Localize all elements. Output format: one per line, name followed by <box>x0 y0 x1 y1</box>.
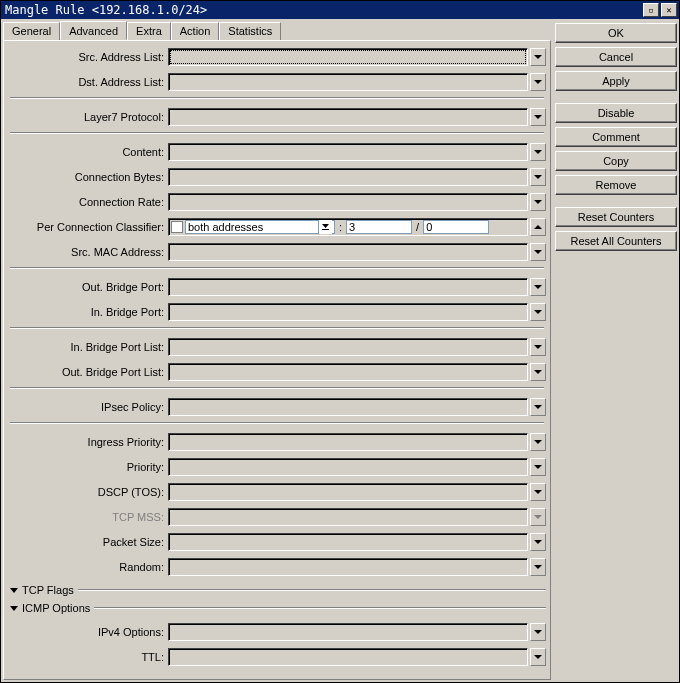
expand-icon[interactable] <box>530 623 546 641</box>
input-in-bridge-port[interactable] <box>168 303 528 321</box>
expand-icon[interactable] <box>530 48 546 66</box>
label-out-bridge-port-list: Out. Bridge Port List: <box>8 366 168 378</box>
input-tcp-mss <box>168 508 528 526</box>
tab-advanced[interactable]: Advanced <box>60 21 127 40</box>
expand-icon[interactable] <box>530 363 546 381</box>
row-random: Random: <box>8 557 546 577</box>
input-src-mac[interactable] <box>168 243 528 261</box>
content-area: General Advanced Extra Action Statistics… <box>1 19 679 682</box>
separator <box>94 607 546 609</box>
section-tcp-flags[interactable]: TCP Flags <box>8 582 546 598</box>
expand-icon[interactable] <box>530 143 546 161</box>
tab-extra[interactable]: Extra <box>127 22 171 41</box>
label-in-bridge-port-list: In. Bridge Port List: <box>8 341 168 353</box>
comment-button[interactable]: Comment <box>555 127 677 147</box>
input-in-bridge-port-list[interactable] <box>168 338 528 356</box>
button-separator <box>555 199 677 203</box>
expand-icon[interactable] <box>530 558 546 576</box>
reset-all-counters-button[interactable]: Reset All Counters <box>555 231 677 251</box>
section-icmp-options[interactable]: ICMP Options <box>8 600 546 616</box>
minimize-button[interactable]: ▫ <box>643 3 659 17</box>
apply-button[interactable]: Apply <box>555 71 677 91</box>
chevron-down-icon[interactable] <box>318 220 332 234</box>
field-tcp-mss <box>168 508 546 526</box>
expand-icon[interactable] <box>530 648 546 666</box>
expand-icon[interactable] <box>530 483 546 501</box>
row-ingress-priority: Ingress Priority: <box>8 432 546 452</box>
pcc-divisor-input[interactable] <box>346 220 412 234</box>
field-src-address-list <box>168 48 546 66</box>
close-button[interactable]: ✕ <box>661 3 677 17</box>
input-ingress-priority[interactable] <box>168 433 528 451</box>
row-dst-address-list: Dst. Address List: <box>8 72 546 92</box>
input-packet-size[interactable] <box>168 533 528 551</box>
input-connection-rate[interactable] <box>168 193 528 211</box>
pcc-invert-checkbox[interactable] <box>171 221 183 233</box>
expand-icon[interactable] <box>530 73 546 91</box>
row-ttl: TTL: <box>8 647 546 667</box>
tab-general[interactable]: General <box>3 22 60 41</box>
input-ttl[interactable] <box>168 648 528 666</box>
field-pcc: both addresses : / <box>168 218 546 236</box>
input-layer7[interactable] <box>168 108 528 126</box>
field-dscp <box>168 483 546 501</box>
label-in-bridge-port: In. Bridge Port: <box>8 306 168 318</box>
pcc-mode-select[interactable]: both addresses <box>185 220 335 234</box>
input-out-bridge-port-list[interactable] <box>168 363 528 381</box>
copy-button[interactable]: Copy <box>555 151 677 171</box>
row-ipsec-policy: IPsec Policy: <box>8 397 546 417</box>
ok-button[interactable]: OK <box>555 23 677 43</box>
label-content: Content: <box>8 146 168 158</box>
input-random[interactable] <box>168 558 528 576</box>
input-ipv4-options[interactable] <box>168 623 528 641</box>
label-src-mac: Src. MAC Address: <box>8 246 168 258</box>
expand-icon[interactable] <box>530 458 546 476</box>
expand-icon[interactable] <box>530 338 546 356</box>
remove-button[interactable]: Remove <box>555 175 677 195</box>
field-ttl <box>168 648 546 666</box>
expand-icon[interactable] <box>530 398 546 416</box>
pcc-remainder-input[interactable] <box>423 220 489 234</box>
input-content[interactable] <box>168 143 528 161</box>
label-random: Random: <box>8 561 168 573</box>
field-priority <box>168 458 546 476</box>
mangle-rule-window: Mangle Rule <192.168.1.0/24> ▫ ✕ General… <box>0 0 680 683</box>
label-layer7: Layer7 Protocol: <box>8 111 168 123</box>
input-dscp[interactable] <box>168 483 528 501</box>
expand-icon[interactable] <box>530 243 546 261</box>
expand-icon[interactable] <box>530 303 546 321</box>
cancel-button[interactable]: Cancel <box>555 47 677 67</box>
input-dst-address-list[interactable] <box>168 73 528 91</box>
row-priority: Priority: <box>8 457 546 477</box>
row-out-bridge-port-list: Out. Bridge Port List: <box>8 362 546 382</box>
input-src-address-list[interactable] <box>168 48 528 66</box>
input-out-bridge-port[interactable] <box>168 278 528 296</box>
reset-counters-button[interactable]: Reset Counters <box>555 207 677 227</box>
label-dscp: DSCP (TOS): <box>8 486 168 498</box>
row-out-bridge-port: Out. Bridge Port: <box>8 277 546 297</box>
input-connection-bytes[interactable] <box>168 168 528 186</box>
input-priority[interactable] <box>168 458 528 476</box>
expand-icon[interactable] <box>530 278 546 296</box>
disable-button[interactable]: Disable <box>555 103 677 123</box>
tab-content: Src. Address List: Dst. Address List: <box>3 40 551 680</box>
chevron-down-icon <box>10 588 18 593</box>
separator <box>10 132 544 134</box>
expand-icon[interactable] <box>530 108 546 126</box>
field-ipsec-policy <box>168 398 546 416</box>
collapse-icon[interactable] <box>530 218 546 236</box>
separator <box>10 97 544 99</box>
expand-icon[interactable] <box>530 193 546 211</box>
field-connection-bytes <box>168 168 546 186</box>
row-connection-rate: Connection Rate: <box>8 192 546 212</box>
field-out-bridge-port-list <box>168 363 546 381</box>
tab-action[interactable]: Action <box>171 22 220 41</box>
tab-statistics[interactable]: Statistics <box>219 22 281 41</box>
input-ipsec-policy[interactable] <box>168 398 528 416</box>
field-layer7 <box>168 108 546 126</box>
expand-icon[interactable] <box>530 168 546 186</box>
pcc-mode-value: both addresses <box>188 221 318 233</box>
expand-icon[interactable] <box>530 533 546 551</box>
label-out-bridge-port: Out. Bridge Port: <box>8 281 168 293</box>
expand-icon[interactable] <box>530 433 546 451</box>
